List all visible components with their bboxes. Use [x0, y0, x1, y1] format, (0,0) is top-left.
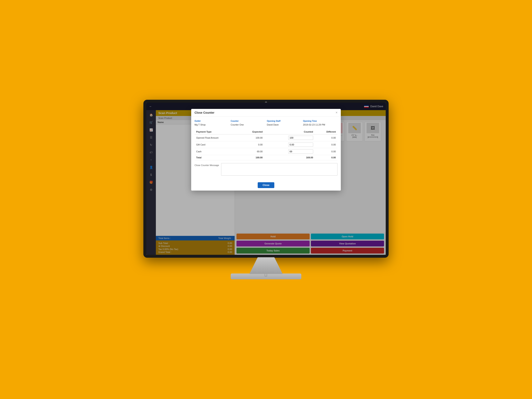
footer-expected: 169.00 [240, 155, 264, 160]
modal-body: Outlet Mg T Shop Counter Counter One Ope… [191, 117, 341, 182]
table-row: Opened Float Amount100.000.00 [195, 134, 337, 141]
opening-staff-value: David Dave [267, 123, 279, 126]
opening-staff-label: Opening Staff [267, 120, 301, 122]
counter-label: Counter [231, 120, 265, 122]
counter-info: Counter Counter One [231, 120, 265, 126]
footer-different: 0.00 [315, 155, 337, 160]
col-expected: Expected [240, 129, 264, 134]
counted-cell [264, 148, 315, 155]
opening-time-info: Opening Time 2019-02-23 11:29 PM [303, 120, 337, 126]
counter-value: Counter One [231, 123, 244, 126]
monitor-stand [245, 257, 287, 274]
col-different: Different [315, 129, 337, 134]
modal-footer: Close [191, 182, 341, 190]
monitor-screen: → David Dave 🏠 🛒 📈 ☰ ↻ [146, 103, 386, 255]
col-payment-type: Payment Type [195, 129, 240, 134]
monitor: → David Dave 🏠 🛒 📈 ☰ ↻ [133, 100, 399, 299]
outlet-info: Outlet Mg T Shop [195, 120, 229, 126]
monitor-body: → David Dave 🏠 🛒 📈 ☰ ↻ [143, 100, 389, 258]
table-row: Cash69.000.00 [195, 148, 337, 155]
footer-counted: 169.00 [264, 155, 315, 160]
close-button[interactable]: Close [258, 182, 274, 188]
message-textarea[interactable] [221, 163, 337, 176]
expected-cell: 100.00 [240, 134, 264, 141]
close-counter-modal: Close Counter × Outlet Mg T Shop C [191, 109, 341, 190]
payment-type-cell: Gift Card [195, 141, 240, 148]
opening-time-label: Opening Time [303, 120, 337, 122]
counted-cell [264, 141, 315, 148]
message-label: Close Counter Message [195, 163, 219, 166]
outlet-label: Outlet [195, 120, 229, 122]
different-cell: 0.00 [315, 141, 337, 148]
close-counter-message: Close Counter Message [195, 163, 337, 176]
counted-cell [264, 134, 315, 141]
expected-cell: 69.00 [240, 148, 264, 155]
counted-input[interactable] [288, 149, 313, 154]
footer-label: Total [195, 155, 240, 160]
col-counted: Counted [264, 129, 315, 134]
opening-staff-info: Opening Staff David Dave [267, 120, 301, 126]
modal-header: Close Counter × [191, 109, 341, 117]
close-modal-button[interactable]: × [336, 111, 337, 114]
outlet-value: Mg T Shop [195, 123, 206, 126]
different-cell: 0.00 [315, 134, 337, 141]
opening-time-value: 2019-02-23 11:29 PM [303, 123, 325, 126]
expected-cell: 0.00 [240, 141, 264, 148]
counted-input[interactable] [288, 136, 313, 140]
payment-type-cell: Cash [195, 148, 240, 155]
modal-info-row: Outlet Mg T Shop Counter Counter One Ope… [195, 120, 337, 126]
modal-title: Close Counter [195, 111, 215, 114]
payment-type-cell: Opened Float Amount [195, 134, 240, 141]
payment-table: Payment Type Expected Counted Different … [195, 129, 337, 160]
table-row: Gift Card0.000.00 [195, 141, 337, 148]
modal-overlay: Close Counter × Outlet Mg T Shop C [146, 103, 386, 255]
counted-input[interactable] [288, 143, 313, 147]
different-cell: 0.00 [315, 148, 337, 155]
